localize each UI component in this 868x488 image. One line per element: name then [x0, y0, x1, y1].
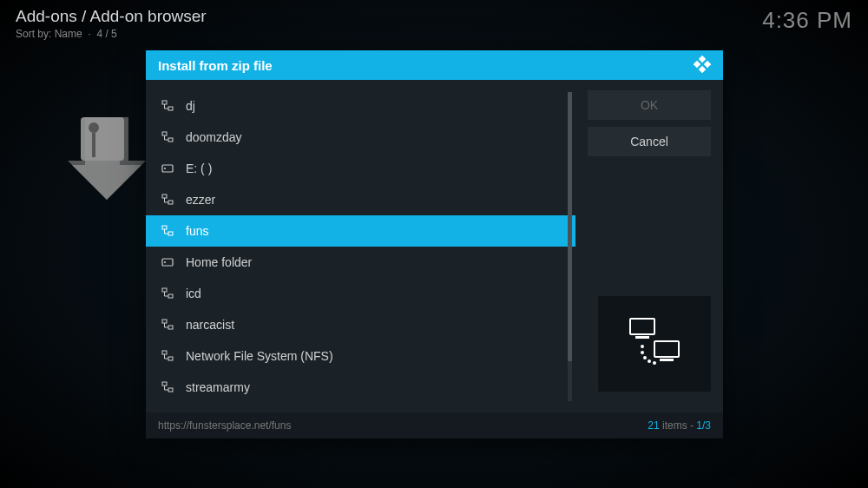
drive-icon [161, 162, 174, 175]
network-icon [161, 287, 174, 300]
footer-path: https://funstersplace.net/funs [158, 419, 291, 432]
zip-download-icon [68, 117, 146, 221]
list-item-label: E: ( ) [186, 162, 212, 175]
list-item[interactable]: icd [146, 278, 575, 309]
svg-rect-15 [162, 226, 167, 229]
list-item-label: Home folder [186, 255, 252, 269]
list-item-label: narcacist [186, 318, 234, 332]
svg-rect-19 [162, 288, 167, 292]
file-browser-panel: djdoomzdayE: ( )ezzerfunsHome foldericdn… [146, 80, 575, 412]
dialog-footer: https://funstersplace.net/funs 21 items … [146, 412, 723, 439]
file-list[interactable]: djdoomzdayE: ( )ezzerfunsHome foldericdn… [146, 90, 575, 403]
svg-rect-27 [630, 319, 654, 334]
svg-rect-8 [168, 107, 173, 110]
svg-point-34 [648, 359, 651, 363]
side-panel: OK Cancel [575, 80, 723, 412]
list-item-label: doomzday [186, 130, 242, 144]
network-icon [161, 350, 174, 362]
network-icon [161, 131, 174, 143]
svg-rect-29 [654, 341, 679, 357]
footer-status: 21 items - 1/3 [648, 419, 711, 432]
sort-line: Sort by: Name · 4 / 5 [16, 28, 207, 40]
svg-rect-4 [694, 60, 700, 67]
network-icon [161, 319, 174, 331]
list-item[interactable]: streamarmy [146, 372, 575, 403]
svg-rect-28 [635, 336, 649, 339]
cancel-button[interactable]: Cancel [588, 127, 711, 156]
svg-rect-24 [168, 357, 173, 360]
svg-rect-23 [162, 351, 167, 354]
svg-point-12 [164, 168, 166, 169]
svg-rect-10 [168, 138, 173, 142]
network-icon [161, 225, 174, 237]
list-item[interactable]: Home folder [146, 247, 575, 278]
svg-point-1 [89, 122, 99, 133]
svg-rect-30 [660, 359, 674, 361]
list-item-label: streamarmy [186, 380, 250, 394]
scrollbar-thumb[interactable] [568, 92, 572, 361]
network-icon [161, 194, 174, 206]
breadcrumb: Add-ons / Add-on browser [16, 7, 207, 26]
install-zip-dialog: Install from zip file djdoomzdayE: ( )ez… [146, 50, 723, 439]
preview-thumbnail [598, 296, 711, 392]
dialog-title: Install from zip file [158, 58, 273, 73]
list-item-label: icd [186, 287, 201, 300]
svg-rect-16 [168, 232, 173, 235]
svg-rect-5 [704, 60, 711, 67]
svg-rect-25 [162, 382, 167, 386]
svg-rect-14 [168, 201, 173, 204]
svg-rect-11 [162, 165, 173, 172]
kodi-logo-icon [694, 56, 711, 76]
list-item[interactable]: dj [146, 90, 575, 122]
list-item[interactable]: narcacist [146, 309, 575, 340]
drive-icon [161, 256, 174, 268]
list-item-label: dj [186, 99, 195, 113]
list-item[interactable]: E: ( ) [146, 153, 575, 184]
svg-rect-7 [162, 101, 167, 104]
list-item-label: funs [186, 224, 208, 238]
network-icon [161, 100, 174, 112]
item-count: 21 [648, 419, 659, 432]
list-item[interactable]: Network File System (NFS) [146, 340, 575, 372]
svg-point-35 [653, 361, 656, 365]
svg-point-31 [641, 345, 644, 348]
header: Add-ons / Add-on browser Sort by: Name ·… [16, 7, 207, 40]
svg-rect-26 [168, 388, 173, 392]
svg-point-32 [641, 351, 644, 354]
svg-rect-13 [162, 195, 167, 198]
list-item[interactable]: ezzer [146, 184, 575, 215]
list-item[interactable]: funs [146, 215, 575, 247]
clock: 4:36 PM [762, 7, 852, 34]
svg-rect-22 [168, 326, 173, 329]
svg-rect-20 [168, 294, 173, 298]
svg-rect-0 [81, 117, 124, 161]
svg-point-18 [164, 261, 166, 263]
list-item[interactable]: doomzday [146, 122, 575, 153]
svg-rect-2 [92, 133, 95, 157]
svg-rect-3 [699, 56, 706, 63]
network-icon [161, 381, 174, 393]
dialog-body: djdoomzdayE: ( )ezzerfunsHome foldericdn… [146, 80, 723, 412]
svg-rect-21 [162, 320, 167, 323]
sort-label: Sort by: Name [16, 28, 82, 40]
page-indicator: 1/3 [696, 419, 711, 432]
item-count-label: items [662, 419, 687, 432]
svg-rect-6 [699, 65, 706, 72]
svg-rect-17 [162, 259, 173, 266]
list-item-label: ezzer [186, 193, 215, 207]
ok-button[interactable]: OK [588, 90, 711, 120]
svg-point-33 [643, 356, 647, 359]
scrollbar[interactable] [568, 92, 572, 401]
list-item-label: Network File System (NFS) [186, 349, 333, 363]
svg-rect-9 [162, 132, 167, 135]
dialog-title-bar: Install from zip file [146, 50, 723, 80]
sort-index: 4 / 5 [96, 28, 116, 40]
